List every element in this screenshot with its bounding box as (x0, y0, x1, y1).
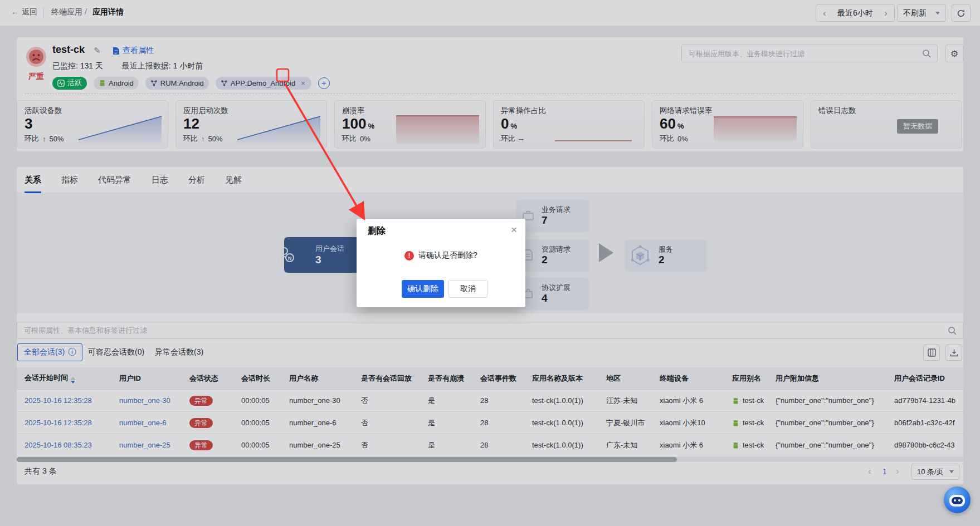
warning-icon: ! (404, 251, 414, 260)
dialog-title: 删除 (368, 225, 386, 237)
confirm-delete-button[interactable]: 确认删除 (402, 280, 444, 298)
cancel-button[interactable]: 取消 (448, 280, 487, 298)
delete-confirm-dialog: 删除 × ! 请确认是否删除? 确认删除 取消 (357, 219, 525, 307)
robot-face-icon (949, 495, 965, 507)
close-icon[interactable]: × (511, 224, 517, 236)
assistant-robot-button[interactable] (944, 486, 971, 513)
dialog-message: 请确认是否删除? (418, 250, 477, 260)
dialog-body: ! 请确认是否删除? (357, 250, 525, 260)
